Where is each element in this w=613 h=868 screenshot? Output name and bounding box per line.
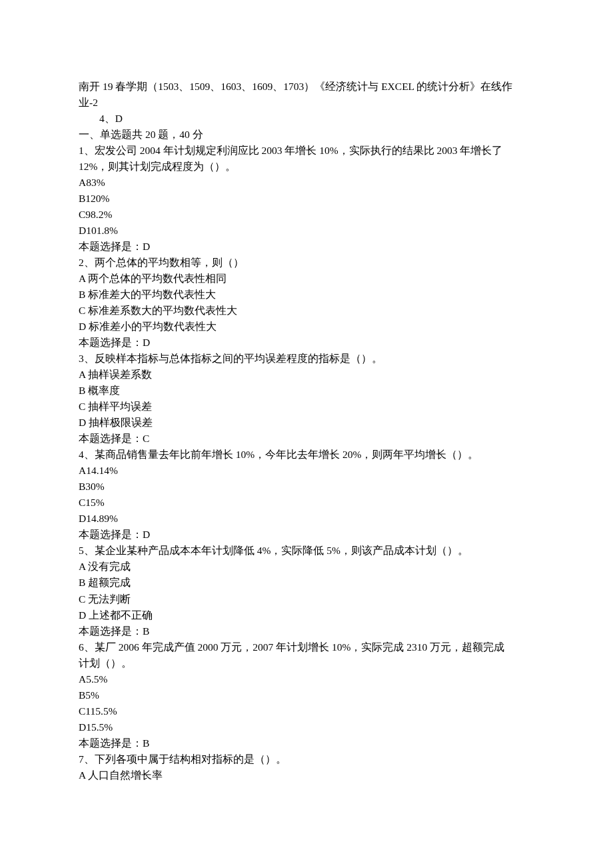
q5-option-b: B 超额完成: [79, 575, 534, 591]
q4-option-a: A14.14%: [79, 463, 534, 479]
q1-stem-line2: 12%，则其计划完成程度为（）。: [79, 159, 534, 175]
doc-title-line2: 业-2: [79, 95, 534, 111]
q5-stem: 5、某企业某种产品成本本年计划降低 4%，实际降低 5%，则该产品成本计划（）。: [79, 543, 534, 559]
q3-option-a: A 抽样误差系数: [79, 367, 534, 383]
q4-option-d: D14.89%: [79, 511, 534, 527]
q2-option-a: A 两个总体的平均数代表性相同: [79, 271, 534, 287]
q3-stem: 3、反映样本指标与总体指标之间的平均误差程度的指标是（）。: [79, 351, 534, 367]
q5-answer: 本题选择是：B: [79, 623, 534, 639]
q1-option-a: A83%: [79, 175, 534, 191]
q2-option-b: B 标准差大的平均数代表性大: [79, 287, 534, 303]
q1-answer: 本题选择是：D: [79, 239, 534, 255]
q2-answer: 本题选择是：D: [79, 335, 534, 351]
q2-option-c: C 标准差系数大的平均数代表性大: [79, 303, 534, 319]
q4-option-b: B30%: [79, 479, 534, 495]
q3-option-b: B 概率度: [79, 383, 534, 399]
q6-option-a: A5.5%: [79, 671, 534, 687]
q6-option-c: C115.5%: [79, 703, 534, 719]
q6-stem-line2: 计划（）。: [79, 655, 534, 671]
q3-answer: 本题选择是：C: [79, 431, 534, 447]
doc-note: 4、D: [79, 111, 534, 127]
q4-option-c: C15%: [79, 495, 534, 511]
q7-stem: 7、下列各项中属于结构相对指标的是（）。: [79, 751, 534, 767]
q6-option-d: D15.5%: [79, 719, 534, 735]
q1-option-c: C98.2%: [79, 207, 534, 223]
q4-stem: 4、某商品销售量去年比前年增长 10%，今年比去年增长 20%，则两年平均增长（…: [79, 447, 534, 463]
q5-option-a: A 没有完成: [79, 559, 534, 575]
q2-stem: 2、两个总体的平均数相等，则（）: [79, 255, 534, 271]
section-heading: 一、单选题共 20 题，40 分: [79, 127, 534, 143]
q3-option-c: C 抽样平均误差: [79, 399, 534, 415]
doc-title-line1: 南开 19 春学期（1503、1509、1603、1609、1703）《经济统计…: [79, 79, 534, 95]
q1-option-d: D101.8%: [79, 223, 534, 239]
q2-option-d: D 标准差小的平均数代表性大: [79, 319, 534, 335]
q1-stem-line1: 1、宏发公司 2004 年计划规定利润应比 2003 年增长 10%，实际执行的…: [79, 143, 534, 159]
q6-answer: 本题选择是：B: [79, 735, 534, 751]
q1-option-b: B120%: [79, 191, 534, 207]
q6-option-b: B5%: [79, 687, 534, 703]
q5-option-c: C 无法判断: [79, 591, 534, 607]
q7-option-a: A 人口自然增长率: [79, 767, 534, 783]
q5-option-d: D 上述都不正确: [79, 607, 534, 623]
q6-stem-line1: 6、某厂 2006 年完成产值 2000 万元，2007 年计划增长 10%，实…: [79, 639, 534, 655]
q4-answer: 本题选择是：D: [79, 527, 534, 543]
q3-option-d: D 抽样极限误差: [79, 415, 534, 431]
